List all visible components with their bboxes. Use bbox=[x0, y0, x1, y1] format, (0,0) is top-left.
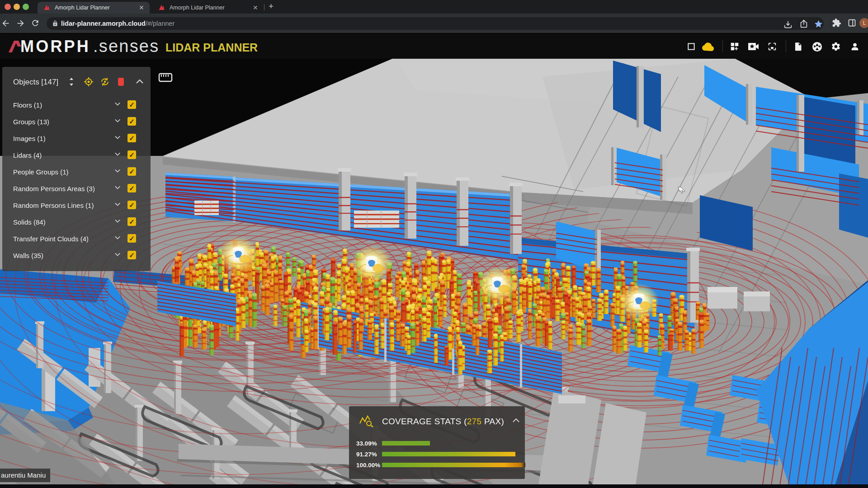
svg-text:LIDAR PLANNER: LIDAR PLANNER bbox=[165, 41, 258, 54]
svg-text:.senses: .senses bbox=[93, 40, 159, 54]
svg-text:MORPH: MORPH bbox=[20, 40, 90, 54]
